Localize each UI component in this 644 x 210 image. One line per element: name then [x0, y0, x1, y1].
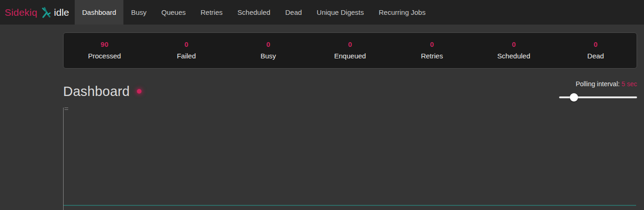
- stat-value: 0: [430, 40, 434, 49]
- nav-item-unique-digests[interactable]: Unique Digests: [309, 0, 372, 25]
- navbar-menu: Dashboard Busy Queues Retries Scheduled …: [75, 0, 433, 25]
- stats-summary-bar: 90 Processed 0 Failed 0 Busy 0 Enqueued …: [63, 32, 637, 69]
- stat-value: 0: [184, 40, 188, 49]
- stat-scheduled: 0 Scheduled: [473, 33, 554, 68]
- live-beacon-icon: [137, 89, 142, 94]
- stat-value: 0: [594, 40, 598, 49]
- stat-value: 0: [348, 40, 352, 49]
- stat-label: Enqueued: [334, 50, 366, 62]
- process-status-text: idle: [54, 7, 69, 18]
- nav-item-scheduled[interactable]: Scheduled: [230, 0, 278, 25]
- stat-label: Failed: [177, 50, 196, 62]
- dashboard-realtime-chart: [63, 108, 637, 210]
- page-title-text: Dashboard: [63, 84, 130, 99]
- stat-failed: 0 Failed: [145, 33, 227, 68]
- stat-processed: 90 Processed: [64, 33, 145, 68]
- stat-value: 90: [101, 40, 109, 49]
- stat-label: Scheduled: [497, 50, 530, 62]
- chart-axis-tick: [64, 109, 68, 110]
- sidekiq-logo-icon: [41, 7, 51, 18]
- stat-label: Processed: [88, 50, 121, 62]
- chart-baseline-series: [64, 205, 636, 206]
- polling-interval-control: Polling interval: 5 sec: [559, 80, 637, 102]
- slider-thumb[interactable]: [570, 93, 578, 102]
- stat-label: Retries: [421, 50, 443, 62]
- polling-interval-label: Polling interval:: [576, 80, 620, 88]
- stat-value: 0: [266, 40, 270, 49]
- stat-value: 0: [512, 40, 515, 49]
- stat-label: Dead: [587, 50, 604, 62]
- nav-item-recurring-jobs[interactable]: Recurring Jobs: [371, 0, 433, 25]
- top-navbar: Sidekiq idle Dashboard Busy Queues Retri…: [0, 0, 644, 25]
- page-title: Dashboard: [63, 84, 142, 99]
- nav-item-retries[interactable]: Retries: [193, 0, 230, 25]
- sidekiq-brand-link[interactable]: Sidekiq idle: [0, 0, 72, 25]
- brand-name: Sidekiq: [5, 7, 37, 18]
- nav-item-busy[interactable]: Busy: [123, 0, 154, 25]
- polling-interval-label-row: Polling interval: 5 sec: [559, 80, 637, 88]
- chart-axis-tick: [64, 108, 68, 108]
- stat-enqueued: 0 Enqueued: [309, 33, 391, 68]
- polling-interval-slider[interactable]: [559, 93, 637, 102]
- stat-retries: 0 Retries: [391, 33, 473, 68]
- stat-busy: 0 Busy: [227, 33, 309, 68]
- nav-item-dashboard[interactable]: Dashboard: [75, 0, 123, 25]
- polling-interval-value: 5 sec: [622, 80, 637, 88]
- nav-item-dead[interactable]: Dead: [278, 0, 309, 25]
- nav-item-queues[interactable]: Queues: [154, 0, 193, 25]
- stat-dead: 0 Dead: [555, 33, 637, 68]
- stat-label: Busy: [260, 50, 276, 62]
